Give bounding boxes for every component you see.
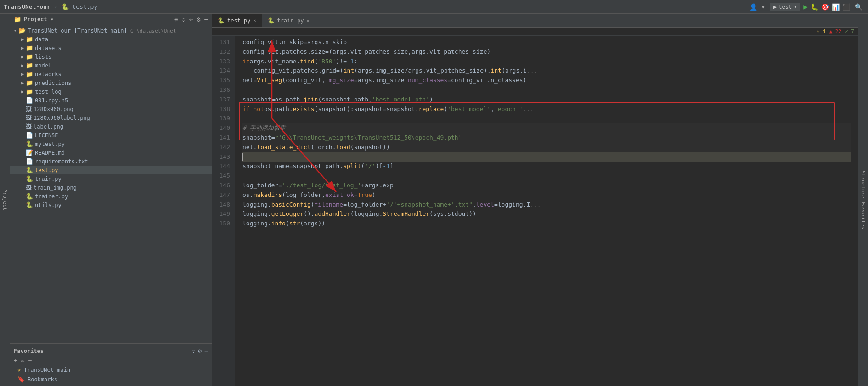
tree-item-lists[interactable]: ▶ 📁 lists — [10, 52, 212, 61]
code-line-139 — [242, 114, 851, 123]
debug-button[interactable]: 🐛 — [811, 3, 818, 11]
tree-item-requirements[interactable]: 📄 requirements.txt — [10, 157, 212, 166]
project-header-icon: 📁 — [14, 16, 21, 23]
main-layout: Project 📁 Project ▾ ⊕ ⇕ ⇔ ⚙ − ▾ 📂 TransU… — [0, 14, 868, 386]
fav-item-bookmarks[interactable]: 🔖 Bookmarks — [10, 375, 212, 384]
code-line-150: logging.info(str(args)) — [242, 219, 851, 229]
tab-close-test[interactable]: ✕ — [254, 18, 256, 23]
tree-item-label[interactable]: 🖼 label.png — [10, 122, 212, 131]
code-line-141: snapshot = r'G:\TransUnet_weights\TransU… — [242, 133, 851, 143]
code-line-144: snapshot_name = snapshot_path.split('/')… — [242, 162, 851, 171]
code-status-bar: ⚠ 4 ▲ 22 ✓ 7 — [212, 28, 858, 36]
tree-item-data[interactable]: ▶ 📁 data — [10, 35, 212, 44]
project-tree: ▾ 📂 TransUNet-our [TransUNet-main] G:\da… — [10, 25, 212, 343]
tree-item-test-log[interactable]: ▶ 📁 test_log — [10, 87, 212, 96]
tree-item-png2[interactable]: 🖼 1280x960label.png — [10, 113, 212, 122]
collapse-icon[interactable]: ⇔ — [189, 16, 193, 23]
tree-item-h5[interactable]: 📄 001.npy.h5 — [10, 96, 212, 105]
tree-item-trainer[interactable]: 🐍 trainer.py — [10, 192, 212, 201]
topbar: TransUNet-our › 🐍 test.py 👤 ▾ ▶ test ▾ ▶… — [0, 0, 868, 14]
warning-count: ⚠ 4 — [817, 28, 826, 34]
code-line-140: # 手动添加权重 — [242, 123, 851, 133]
favorites-panel: Favorites ⇕ ⚙ − + ✏ − ★ TransUNet-main 🔖… — [10, 343, 212, 386]
file-breadcrumb: 🐍 test.py — [62, 3, 98, 10]
project-header: 📁 Project ▾ ⊕ ⇕ ⇔ ⚙ − — [10, 14, 212, 25]
tree-item-trainpy[interactable]: 🐍 train.py — [10, 174, 212, 183]
ok-count: ✓ 7 — [845, 28, 854, 34]
fav-item-transunet[interactable]: ★ TransUNet-main — [10, 365, 212, 375]
project-name: TransUNet-our — [4, 3, 51, 10]
tree-item-testpy[interactable]: 🐍 test.py — [10, 166, 212, 174]
tree-item-networks[interactable]: ▶ 📁 networks — [10, 70, 212, 78]
code-content[interactable]: config_vit.n_skip = args.n_skip config_v… — [235, 36, 858, 386]
profile-button[interactable]: 📊 — [832, 3, 840, 11]
code-line-142: net.load_state_dict(torch.load(snapshot)… — [242, 143, 851, 152]
line-numbers: 131 132 133 134 135 136 137 138 139 140 … — [212, 36, 235, 386]
tree-item-predictions[interactable]: ▶ 📁 predictions — [10, 78, 212, 87]
search-icon[interactable]: 🔍 — [853, 2, 864, 11]
fav-add-buttons: + ✏ − — [10, 356, 212, 365]
breadcrumb-sep: › — [54, 3, 58, 10]
code-line-147: os.makedirs(log_folder, exist_ok=True) — [242, 190, 851, 200]
editor-tabs: 🐍 test.py ✕ 🐍 train.py ✕ — [212, 14, 858, 28]
code-line-135: net = ViT_seg(config_vit, img_size=args.… — [242, 76, 851, 85]
tree-item-trainimg[interactable]: 🖼 train_img.png — [10, 183, 212, 192]
structure-tab-label[interactable]: Structure — [860, 171, 866, 198]
tab-trainpy[interactable]: 🐍 train.py ✕ — [262, 14, 316, 27]
code-line-149: logging.getLogger().addHandler(logging.S… — [242, 209, 851, 219]
code-line-138: if not os.path.exists(snapshot): snapsho… — [242, 105, 851, 114]
run-button[interactable]: ▶ — [803, 2, 808, 11]
tree-item-mytest[interactable]: 🐍 mytest.py — [10, 140, 212, 148]
tree-item-model[interactable]: ▶ 📁 model — [10, 61, 212, 70]
code-line-131: config_vit.n_skip = args.n_skip — [242, 38, 851, 47]
coverage-button[interactable]: 🎯 — [821, 3, 829, 11]
tree-item-png1[interactable]: 🖼 1280x960.png — [10, 105, 212, 113]
tree-item-datasets[interactable]: ▶ 📁 datasets — [10, 44, 212, 52]
code-line-136 — [242, 85, 851, 95]
tab-testpy[interactable]: 🐍 test.py ✕ — [212, 14, 262, 27]
project-header-icons: ⊕ ⇕ ⇔ ⚙ − — [174, 16, 208, 23]
fav-add-button[interactable]: + — [14, 357, 17, 364]
tab-close-train[interactable]: ✕ — [306, 18, 309, 23]
project-panel-title: Project ▾ — [24, 16, 171, 22]
code-editor[interactable]: 131 132 133 134 135 136 137 138 139 140 … — [212, 36, 858, 386]
project-tab-label[interactable]: Project — [2, 189, 8, 210]
fav-config-icon[interactable]: ⚙ — [198, 347, 202, 354]
fav-remove-button[interactable]: − — [28, 357, 32, 364]
code-line-143 — [242, 152, 851, 162]
project-panel: 📁 Project ▾ ⊕ ⇕ ⇔ ⚙ − ▾ 📂 TransUNet-our … — [10, 14, 212, 386]
run-config-selector[interactable]: ▶ test ▾ — [770, 3, 800, 11]
tree-item-utils[interactable]: 🐍 utils.py — [10, 201, 212, 209]
tree-item-readme[interactable]: 📝 README.md — [10, 148, 212, 157]
stop-button[interactable]: ⬛ — [842, 3, 850, 11]
add-icon[interactable]: ⊕ — [174, 16, 178, 23]
code-area: 🐍 test.py ✕ 🐍 train.py ✕ ⚠ 4 ▲ 22 ✓ 7 13… — [212, 14, 858, 386]
code-line-137: snapshot = os.path.join(snapshot_path, '… — [242, 95, 851, 105]
code-line-148: logging.basicConfig(filename=log_folder … — [242, 200, 851, 210]
fav-edit-button[interactable]: ✏ — [21, 357, 25, 364]
favorites-tab-label[interactable]: Favorites — [860, 202, 866, 229]
tree-root[interactable]: ▾ 📂 TransUNet-our [TransUNet-main] G:\da… — [10, 26, 212, 35]
topbar-actions: 👤 ▾ ▶ test ▾ ▶ 🐛 🎯 📊 ⬛ 🔍 — [748, 2, 864, 11]
left-sidebar-tabs: Project — [0, 14, 10, 386]
code-line-132: config_vit.patches.size = (args.vit_patc… — [242, 47, 851, 57]
right-sidebar: Structure Favorites — [858, 14, 868, 386]
code-line-145 — [242, 171, 851, 181]
settings-icon[interactable]: ⚙ — [197, 16, 200, 23]
fav-minimize-icon[interactable]: − — [204, 347, 208, 354]
user-icon[interactable]: 👤 ▾ — [748, 2, 767, 11]
code-line-146: log_folder = './test_log/test_log_' + ar… — [242, 181, 851, 190]
minimize-icon[interactable]: − — [204, 16, 208, 23]
code-line-133: if args.vit_name.find('R50') !=-1: — [242, 57, 851, 67]
code-line-134: config_vit.patches.grid = (int(args.img_… — [242, 66, 851, 76]
tree-item-license[interactable]: 📄 LICENSE — [10, 131, 212, 140]
scroll-icon[interactable]: ⇕ — [181, 16, 185, 23]
error-count: ▲ 22 — [829, 28, 842, 34]
favorites-header: Favorites ⇕ ⚙ − — [10, 346, 212, 356]
fav-settings-icon[interactable]: ⇕ — [192, 347, 196, 354]
